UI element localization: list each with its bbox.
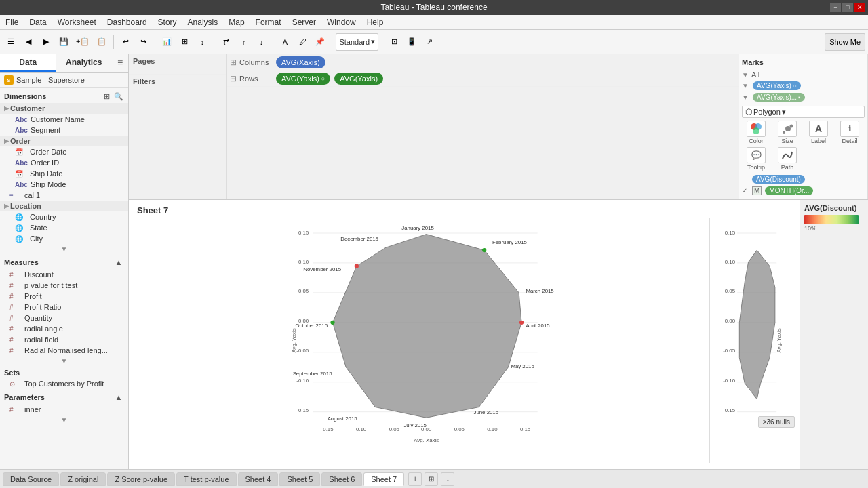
field-country[interactable]: 🌐 Country	[0, 211, 128, 222]
new-btn[interactable]: ☰	[3, 33, 19, 51]
marks-tool-detail[interactable]: ℹ Detail	[835, 121, 864, 144]
search-btn[interactable]: 🔍	[113, 91, 124, 102]
rows-pill-yaxis1[interactable]: AVG(Yaxis) ○	[276, 73, 330, 85]
sort-asc-btn[interactable]: ↑	[235, 33, 252, 51]
order-group[interactable]: ▶ Order	[0, 136, 128, 146]
tab-sheet6[interactable]: Sheet 6	[321, 472, 362, 486]
tab-data[interactable]: Data	[0, 54, 56, 72]
tab-down-icon[interactable]: ↓	[441, 472, 454, 486]
menu-data[interactable]: Data	[24, 15, 52, 29]
pin-btn[interactable]: 📌	[312, 33, 328, 51]
menu-format[interactable]: Format	[250, 15, 287, 29]
marks-tool-color[interactable]: Color	[742, 121, 770, 144]
field-pvalue[interactable]: # p value for t test	[0, 280, 128, 291]
field-radial-field[interactable]: # radial field	[0, 334, 128, 345]
field-order-id[interactable]: Abc Order ID	[0, 157, 128, 168]
field-radial-norm[interactable]: # Radial Normalised leng...	[0, 345, 128, 356]
marks-field-month[interactable]: ✓ M MONTH(Or...	[742, 185, 865, 197]
tab-z-score[interactable]: Z Score p-value	[107, 472, 175, 486]
sort-desc-btn[interactable]: ↓	[253, 33, 269, 51]
color-btn[interactable]: A	[277, 33, 293, 51]
field-state[interactable]: 🌐 State	[0, 222, 128, 233]
month-pill[interactable]: MONTH(Or...	[765, 186, 813, 195]
format-btn[interactable]: 🖊	[294, 33, 311, 51]
discount-pill[interactable]: AVG(Discount)	[752, 175, 805, 184]
field-cal1[interactable]: ≡ cal 1	[0, 190, 128, 201]
marks-yaxis-pill[interactable]: AVG(Yaxis) ○	[753, 81, 801, 90]
maximize-btn[interactable]: □	[842, 3, 853, 12]
redo-btn[interactable]: ↪	[135, 33, 151, 51]
back-btn[interactable]: ◀	[20, 33, 37, 51]
field-top-customers[interactable]: ⊙ Top Customers by Profit	[0, 378, 128, 389]
tab-data-source[interactable]: Data Source	[3, 472, 59, 486]
show-me-btn[interactable]: Show Me	[825, 33, 865, 51]
location-group[interactable]: ▶ Location	[0, 201, 128, 211]
hash-icon: #	[9, 406, 22, 413]
data-source[interactable]: S Sample - Superstore	[0, 73, 128, 88]
tab-sheet5[interactable]: Sheet 5	[279, 472, 320, 486]
field-radial-angle[interactable]: # radial angle	[0, 323, 128, 334]
field-ship-mode[interactable]: Abc Ship Mode	[0, 179, 128, 190]
undo-btn[interactable]: ↩	[117, 33, 134, 51]
group-btn[interactable]: ⊞	[101, 91, 112, 102]
field-city[interactable]: 🌐 City	[0, 233, 128, 244]
rows-pill-yaxis2[interactable]: AVG(Yaxis)	[334, 73, 383, 85]
field-profit[interactable]: # Profit	[0, 291, 128, 302]
menu-map[interactable]: Map	[223, 15, 250, 29]
marks-tool-tooltip[interactable]: 💬 Tooltip	[742, 147, 770, 171]
menu-story[interactable]: Story	[153, 15, 182, 29]
minimize-btn[interactable]: −	[830, 3, 841, 12]
marks-type-dropdown[interactable]: ⬡ Polygon ▾	[742, 106, 865, 118]
layout-btn[interactable]: ⊞	[176, 33, 193, 51]
menu-window[interactable]: Window	[321, 15, 361, 29]
field-quantity[interactable]: # Quantity	[0, 312, 128, 323]
columns-pill-xaxis[interactable]: AVG(Xaxis)	[276, 56, 326, 68]
menu-worksheet[interactable]: Worksheet	[52, 15, 102, 29]
menu-server[interactable]: Server	[287, 15, 321, 29]
marks-yaxis2-pill[interactable]: AVG(Yaxis)... ▪	[753, 93, 805, 102]
marks-tool-size[interactable]: Size	[773, 121, 802, 144]
select-btn[interactable]: ↕	[194, 33, 210, 51]
chart-type-btn[interactable]: 📊	[159, 33, 175, 51]
panel-menu-btn[interactable]: ≡	[113, 56, 127, 69]
tab-add-icon[interactable]: +	[408, 472, 422, 486]
tab-t-test[interactable]: T test p-value	[176, 472, 236, 486]
marks-tool-label[interactable]: A Label	[804, 121, 833, 144]
save-btn[interactable]: 💾	[56, 33, 72, 51]
tab-z-original[interactable]: Z original	[60, 472, 106, 486]
field-ship-date[interactable]: 📅 Ship Date	[0, 168, 128, 179]
field-segment[interactable]: Abc Segment	[0, 125, 128, 136]
field-profit-ratio[interactable]: # Profit Ratio	[0, 302, 128, 312]
scroll-down-params[interactable]: ▼	[0, 415, 128, 425]
customer-group[interactable]: ▶ Customer	[0, 103, 128, 114]
left-scroll[interactable]: ▶ Customer Abc Customer Name Abc Segment…	[0, 103, 128, 469]
close-btn[interactable]: ✕	[854, 3, 865, 12]
new-sheet-btn[interactable]: +📋	[73, 33, 92, 51]
field-order-date[interactable]: 📅 Order Date	[0, 146, 128, 157]
menu-analysis[interactable]: Analysis	[182, 15, 224, 29]
nulls-badge[interactable]: >36 nulls	[758, 416, 795, 428]
menu-dashboard[interactable]: Dashboard	[102, 15, 153, 29]
field-customer-name[interactable]: Abc Customer Name	[0, 114, 128, 125]
tab-analytics[interactable]: Analytics	[56, 54, 113, 72]
scroll-down-measures[interactable]: ▼	[0, 356, 128, 366]
marks-field-discount[interactable]: ⋯ AVG(Discount)	[742, 174, 865, 185]
fix-size-btn[interactable]: ⊡	[386, 33, 402, 51]
share-btn[interactable]: ↗	[421, 33, 437, 51]
menu-help[interactable]: Help	[361, 15, 389, 29]
standard-dropdown[interactable]: Standard ▾	[336, 33, 378, 51]
field-inner[interactable]: # inner	[0, 404, 128, 415]
params-collapse-btn[interactable]: ▲	[113, 392, 124, 403]
forward-btn[interactable]: ▶	[38, 33, 54, 51]
scroll-down-arrow[interactable]: ▼	[0, 244, 128, 254]
swap-btn[interactable]: ⇄	[218, 33, 234, 51]
measures-collapse-btn[interactable]: ▲	[113, 257, 124, 268]
field-discount[interactable]: # Discount	[0, 269, 128, 280]
marks-tool-path[interactable]: Path	[773, 147, 802, 171]
menu-file[interactable]: File	[0, 15, 24, 29]
tab-sheet4[interactable]: Sheet 4	[238, 472, 279, 486]
device-btn[interactable]: 📱	[403, 33, 420, 51]
tab-grid-icon[interactable]: ⊞	[425, 472, 438, 486]
copy-btn[interactable]: 📋	[94, 33, 110, 51]
tab-sheet7[interactable]: Sheet 7	[363, 472, 404, 486]
